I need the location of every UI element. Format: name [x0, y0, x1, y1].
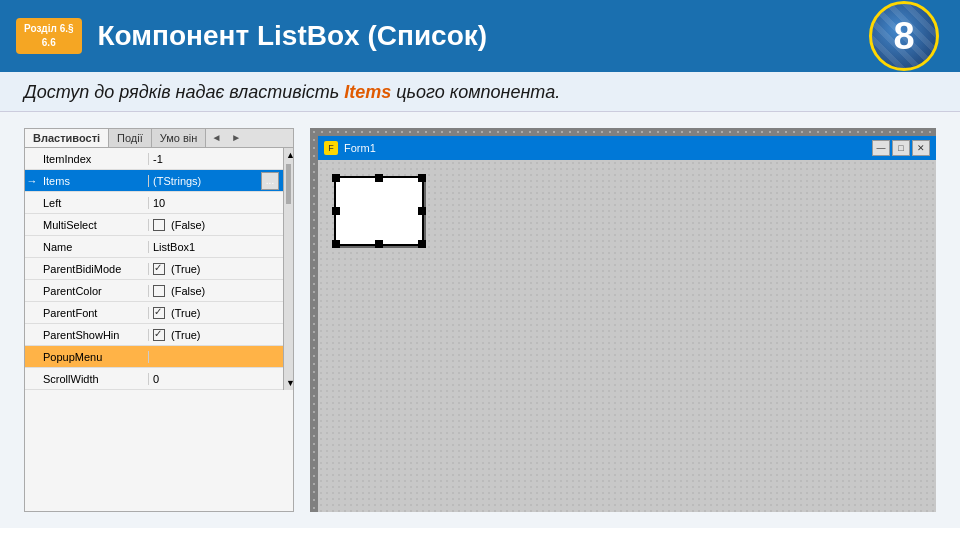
handle-bl[interactable]	[332, 240, 340, 248]
main-content: Властивості Події Умо він ◄ ► ItemIndex …	[0, 112, 960, 528]
props-row-name[interactable]: Name ListBox1	[25, 236, 283, 258]
header: Розділ 6.§ 6.6 Компонент ListBox (Список…	[0, 0, 960, 72]
form-preview: F Form1 — □ ✕	[310, 128, 936, 512]
prop-value-itemindex: -1	[149, 153, 283, 165]
prop-value-parentcolor: (False)	[149, 285, 283, 297]
handle-tm[interactable]	[375, 174, 383, 182]
form-body	[318, 160, 936, 512]
props-row-left[interactable]: Left 10	[25, 192, 283, 214]
maximize-button[interactable]: □	[892, 140, 910, 156]
props-row-multiselect[interactable]: MultiSelect (False)	[25, 214, 283, 236]
prop-name-items: Items	[39, 175, 149, 187]
prop-value-name: ListBox1	[149, 241, 283, 253]
prop-name-name: Name	[39, 241, 149, 253]
parentbidimode-checkbox[interactable]	[153, 263, 165, 275]
tab-properties[interactable]: Властивості	[25, 129, 109, 147]
parentfont-checkbox[interactable]	[153, 307, 165, 319]
handle-ml[interactable]	[332, 207, 340, 215]
props-row-scrollwidth[interactable]: ScrollWidth 0	[25, 368, 283, 390]
subtitle-text-2: цього компонента.	[391, 82, 560, 102]
prop-name-parentfont: ParentFont	[39, 307, 149, 319]
row-arrow-items: →	[25, 175, 39, 187]
logo-circle: 8	[869, 1, 939, 71]
subtitle-bar: Доступ до рядків надає властивість Items…	[0, 72, 960, 112]
prop-name-parentcolor: ParentColor	[39, 285, 149, 297]
form-title-text: Form1	[344, 142, 866, 154]
form-icon: F	[324, 141, 338, 155]
tab-arrow-left[interactable]: ◄	[206, 129, 226, 147]
form-titlebar: F Form1 — □ ✕	[318, 136, 936, 160]
minimize-button[interactable]: —	[872, 140, 890, 156]
handle-tl[interactable]	[332, 174, 340, 182]
form-window: F Form1 — □ ✕	[318, 136, 936, 512]
header-title: Компонент ListBox (Список)	[98, 20, 488, 52]
header-logo: 8	[864, 4, 944, 68]
prop-value-scrollwidth: 0	[149, 373, 283, 385]
props-row-itemindex[interactable]: ItemIndex -1	[25, 148, 283, 170]
prop-name-parentbidimode: ParentBidiMode	[39, 263, 149, 275]
prop-value-parentfont: (True)	[149, 307, 283, 319]
parentcolor-checkbox[interactable]	[153, 285, 165, 297]
scroll-thumb[interactable]	[286, 164, 291, 204]
tab-conditions[interactable]: Умо він	[152, 129, 207, 147]
prop-value-items: (TStrings) ...	[149, 172, 283, 190]
props-scrollbar[interactable]: ▲ ▼	[283, 148, 293, 390]
handle-tr[interactable]	[418, 174, 426, 182]
prop-value-multiselect: (False)	[149, 219, 283, 231]
prop-value-parentbidimode: (True)	[149, 263, 283, 275]
handle-mr[interactable]	[418, 207, 426, 215]
properties-panel: Властивості Події Умо він ◄ ► ItemIndex …	[24, 128, 294, 512]
tab-events[interactable]: Події	[109, 129, 152, 147]
props-table: ItemIndex -1 → Items (TStrings) ... Left	[25, 148, 283, 390]
props-tabs: Властивості Події Умо він ◄ ►	[25, 129, 293, 148]
listbox-widget[interactable]	[334, 176, 424, 246]
prop-name-multiselect: MultiSelect	[39, 219, 149, 231]
prop-name-scrollwidth: ScrollWidth	[39, 373, 149, 385]
section-badge: Розділ 6.§ 6.6	[16, 18, 82, 54]
items-edit-btn[interactable]: ...	[261, 172, 279, 190]
multiselect-checkbox[interactable]	[153, 219, 165, 231]
props-row-parentfont[interactable]: ParentFont (True)	[25, 302, 283, 324]
handle-bm[interactable]	[375, 240, 383, 248]
props-row-parentshowhin[interactable]: ParentShowHin (True)	[25, 324, 283, 346]
close-button[interactable]: ✕	[912, 140, 930, 156]
subtitle-text-1: Доступ до рядків надає властивість	[24, 82, 344, 102]
parentshowhin-checkbox[interactable]	[153, 329, 165, 341]
prop-name-left: Left	[39, 197, 149, 209]
tab-arrow-right[interactable]: ►	[226, 129, 246, 147]
prop-value-parentshowhin: (True)	[149, 329, 283, 341]
prop-name-itemindex: ItemIndex	[39, 153, 149, 165]
subtitle-highlight: Items	[344, 82, 391, 102]
props-row-parentbidimode[interactable]: ParentBidiMode (True)	[25, 258, 283, 280]
props-row-items[interactable]: → Items (TStrings) ...	[25, 170, 283, 192]
prop-value-left: 10	[149, 197, 283, 209]
props-body: ItemIndex -1 → Items (TStrings) ... Left	[25, 148, 293, 390]
prop-name-popupmenu: PopupMenu	[39, 351, 149, 363]
scroll-down[interactable]: ▼	[284, 376, 293, 390]
scroll-up[interactable]: ▲	[284, 148, 293, 162]
props-row-popupmenu[interactable]: PopupMenu	[25, 346, 283, 368]
form-controls: — □ ✕	[872, 140, 930, 156]
handle-br[interactable]	[418, 240, 426, 248]
props-row-parentcolor[interactable]: ParentColor (False)	[25, 280, 283, 302]
logo-number: 8	[893, 15, 914, 58]
prop-name-parentshowhin: ParentShowHin	[39, 329, 149, 341]
